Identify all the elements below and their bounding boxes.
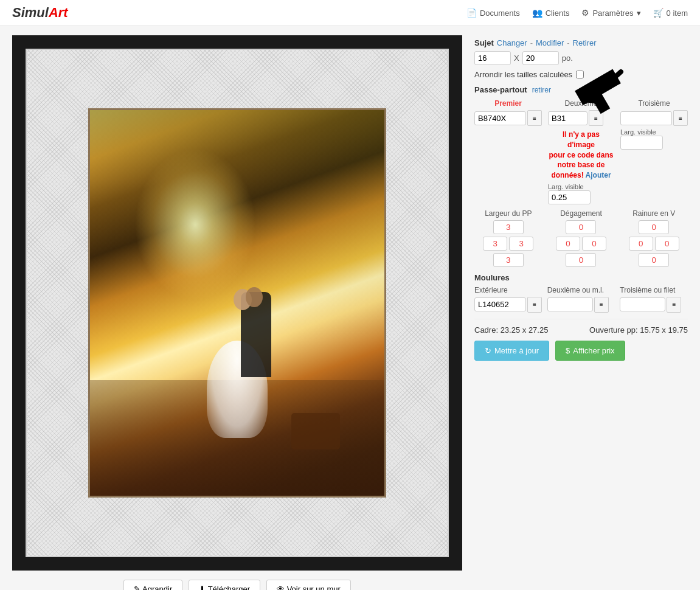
x-label: X bbox=[514, 54, 519, 63]
sujet-changer-link[interactable]: Changer bbox=[497, 38, 527, 47]
moulure-col1-label: Extérieure bbox=[474, 286, 542, 294]
pp-header: Passe-partout retirer bbox=[474, 85, 688, 94]
pp-error-message: Il n'y a pas d'image pour ce code dans n… bbox=[548, 130, 614, 181]
degagement-header: Dégagement bbox=[547, 209, 615, 218]
pp-col2: Deuxième ≡ Il n'y a pas d'image pour ce … bbox=[548, 99, 614, 204]
pp-col1-menu-btn[interactable]: ≡ bbox=[527, 110, 542, 126]
pp-width-r3[interactable] bbox=[493, 253, 524, 267]
height-input[interactable] bbox=[522, 51, 559, 65]
moulure-col1-code[interactable] bbox=[474, 297, 526, 311]
nav-clients[interactable]: 👥 Clients bbox=[532, 8, 570, 18]
pp-width-r2b[interactable] bbox=[509, 237, 533, 251]
logo-art: Art bbox=[49, 5, 68, 20]
preview-area: ✎ Agrandir ⬇ Télécharger 👁 Voir sur un m… bbox=[12, 35, 462, 590]
pp-col2-visible-section: Larg. visible bbox=[548, 183, 614, 204]
moulures-section: Moulures Extérieure ≡ Deuxième ou m.l. ≡ bbox=[474, 273, 688, 313]
pp-col2-visible-label: Larg. visible bbox=[548, 183, 614, 190]
nav-cart[interactable]: 🛒 0 item bbox=[653, 8, 688, 18]
telecharger-button[interactable]: ⬇ Télécharger bbox=[189, 580, 260, 590]
widths-row2 bbox=[474, 237, 688, 251]
deg-r2b[interactable] bbox=[582, 237, 606, 251]
pp-col3: Troisième ≡ Larg. visible bbox=[620, 99, 688, 204]
pp-col2-code-input[interactable] bbox=[548, 111, 587, 125]
divider bbox=[474, 319, 688, 319]
pp-columns: Premier ≡ Deuxième ≡ Il n'y a pas d'imag… bbox=[474, 99, 688, 204]
rain-r2a[interactable] bbox=[629, 237, 653, 251]
moulure-col3-code[interactable] bbox=[620, 297, 665, 311]
agrandir-button[interactable]: ✎ Agrandir bbox=[123, 580, 182, 590]
pp-col1-input-row: ≡ bbox=[474, 110, 542, 126]
rain-r3[interactable] bbox=[639, 253, 669, 267]
pp-col2-input-row: ≡ bbox=[548, 110, 614, 126]
main-container: ✎ Agrandir ⬇ Télécharger 👁 Voir sur un m… bbox=[0, 26, 700, 590]
controls-panel: Sujet Changer - Modifier - Retirer X po.… bbox=[474, 35, 688, 590]
arrondir-label: Arrondir les tailles calculées bbox=[474, 70, 572, 79]
moulure-col2-menu-btn[interactable]: ≡ bbox=[594, 297, 609, 313]
moulure-col2: Deuxième ou m.l. ≡ bbox=[547, 286, 615, 313]
sujet-row: Sujet Changer - Modifier - Retirer bbox=[474, 38, 688, 47]
size-row: X po. bbox=[474, 51, 688, 65]
pp-col2-visible-input[interactable] bbox=[548, 190, 591, 204]
moulures-title: Moulures bbox=[474, 273, 688, 282]
arrondir-checkbox[interactable] bbox=[576, 71, 584, 78]
pp-col3-visible-input[interactable] bbox=[620, 136, 663, 150]
pp-col1-title: Premier bbox=[474, 99, 542, 108]
pp-width-r1[interactable] bbox=[493, 220, 524, 234]
nav-parametres[interactable]: ⚙ Paramètres ▾ bbox=[581, 8, 640, 18]
width-input[interactable] bbox=[474, 51, 511, 65]
pp-title: Passe-partout bbox=[474, 85, 527, 94]
moulure-col2-input-row: ≡ bbox=[547, 297, 615, 313]
photo-bg bbox=[90, 110, 384, 496]
rain-r2b[interactable] bbox=[655, 237, 679, 251]
action-buttons: ↻ Mettre à jour $ Afficher prix bbox=[474, 341, 688, 361]
cadre-info: Cadre: 23.25 x 27.25 Ouverture pp: 15.75… bbox=[474, 325, 688, 335]
sujet-modifier-link[interactable]: Modifier bbox=[536, 38, 564, 47]
moulure-col3: Troisième ou filet ≡ bbox=[620, 286, 688, 313]
logo-simul: Simul bbox=[12, 5, 49, 20]
frame-matting bbox=[26, 49, 449, 557]
afficher-prix-button[interactable]: $ Afficher prix bbox=[555, 341, 625, 361]
widths-headers: Largeur du PP Dégagement Rainure en V bbox=[474, 209, 688, 218]
pp-col3-menu-btn[interactable]: ≡ bbox=[673, 110, 688, 126]
rain-r1[interactable] bbox=[639, 220, 669, 234]
moulure-col1: Extérieure ≡ bbox=[474, 286, 542, 313]
price-label: Afficher prix bbox=[573, 346, 614, 355]
mettre-a-jour-button[interactable]: ↻ Mettre à jour bbox=[474, 341, 549, 361]
cadre-label: Cadre: 23.25 x 27.25 bbox=[474, 325, 548, 335]
rainure-header: Rainure en V bbox=[620, 209, 688, 218]
clients-icon: 👥 bbox=[532, 8, 542, 18]
chevron-down-icon: ▾ bbox=[637, 9, 641, 18]
bottom-buttons: ✎ Agrandir ⬇ Télécharger 👁 Voir sur un m… bbox=[123, 580, 351, 590]
moulure-col3-input-row: ≡ bbox=[620, 297, 688, 313]
couple-silhouette bbox=[201, 268, 274, 438]
pp-col2-menu-btn[interactable]: ≡ bbox=[589, 110, 603, 126]
unit-label: po. bbox=[562, 54, 573, 63]
nav-documents[interactable]: 📄 Documents bbox=[466, 8, 520, 18]
update-icon: ↻ bbox=[485, 346, 491, 355]
deg-r1[interactable] bbox=[566, 220, 596, 234]
pp-width-r2a[interactable] bbox=[483, 237, 507, 251]
ouverture-label: Ouverture pp: 15.75 x 19.75 bbox=[589, 325, 688, 335]
voir-mur-button[interactable]: 👁 Voir sur un mur bbox=[266, 580, 351, 590]
deg-r3[interactable] bbox=[566, 253, 596, 267]
moulure-col1-menu-btn[interactable]: ≡ bbox=[527, 297, 542, 313]
pp-col3-visible-section: Larg. visible bbox=[620, 128, 688, 150]
arrondir-row: Arrondir les tailles calculées bbox=[474, 70, 688, 79]
pp-col3-title: Troisième bbox=[620, 99, 688, 108]
deg-r2a[interactable] bbox=[556, 237, 580, 251]
widths-section: Largeur du PP Dégagement Rainure en V bbox=[474, 209, 688, 267]
pp-col1-code-input[interactable] bbox=[474, 111, 526, 125]
sujet-retirer-link[interactable]: Retirer bbox=[573, 38, 597, 47]
moulure-col2-code[interactable] bbox=[547, 297, 593, 311]
moulure-col2-label: Deuxième ou m.l. bbox=[547, 286, 615, 294]
pp-col2-title: Deuxième bbox=[548, 99, 614, 108]
pp-retirer-link[interactable]: retirer bbox=[532, 86, 551, 94]
pp-col3-code-input[interactable] bbox=[620, 111, 672, 125]
error-ajouter-link[interactable]: Ajouter bbox=[586, 171, 611, 179]
update-label: Mettre à jour bbox=[494, 346, 539, 355]
price-icon: $ bbox=[566, 346, 570, 355]
largeur-pp-header: Largeur du PP bbox=[474, 209, 542, 218]
moulure-col3-menu-btn[interactable]: ≡ bbox=[667, 297, 681, 313]
moulures-columns: Extérieure ≡ Deuxième ou m.l. ≡ bbox=[474, 286, 688, 313]
navbar: SimulArt 📄 Documents 👥 Clients ⚙ Paramèt… bbox=[0, 0, 700, 26]
